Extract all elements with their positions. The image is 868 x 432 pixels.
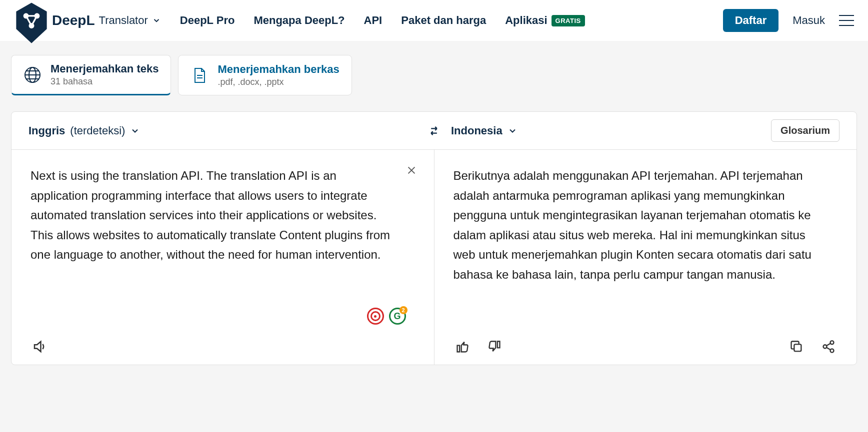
target-lang-area: Indonesia Glosarium bbox=[434, 119, 856, 142]
swap-languages-button[interactable] bbox=[425, 122, 443, 140]
svg-point-16 bbox=[830, 349, 834, 353]
deepl-logo-icon bbox=[14, 0, 49, 45]
chevron-down-icon bbox=[130, 126, 140, 136]
tab-text-sub: 31 bahasa bbox=[50, 76, 158, 87]
target-lang-name: Indonesia bbox=[451, 124, 502, 137]
translation-panel: Inggris (terdeteksi) Indonesia Glosarium bbox=[11, 111, 857, 365]
listen-source-button[interactable] bbox=[30, 338, 48, 356]
nav: Translator DeepL Pro Mengapa DeepL? API … bbox=[99, 14, 585, 27]
tab-file-title: Menerjemahkan berkas bbox=[218, 63, 339, 76]
svg-point-15 bbox=[824, 345, 827, 349]
source-bottom-bar bbox=[30, 329, 415, 365]
globe-icon bbox=[24, 66, 42, 84]
free-badge: GRATIS bbox=[552, 15, 585, 26]
svg-point-14 bbox=[830, 341, 834, 344]
menu-icon[interactable] bbox=[839, 15, 854, 26]
tab-text-title: Menerjemahkan teks bbox=[50, 62, 158, 75]
thumbs-down-button[interactable] bbox=[486, 338, 504, 356]
copy-button[interactable] bbox=[788, 338, 806, 356]
login-link[interactable]: Masuk bbox=[792, 14, 825, 27]
glossary-button[interactable]: Glosarium bbox=[771, 119, 840, 142]
tab-translate-text[interactable]: Menerjemahkan teks 31 bahasa bbox=[11, 55, 171, 95]
header: DeepL Translator DeepL Pro Mengapa DeepL… bbox=[0, 0, 868, 41]
language-bar: Inggris (terdeteksi) Indonesia Glosarium bbox=[12, 112, 856, 150]
source-lang-area: Inggris (terdeteksi) bbox=[12, 124, 434, 137]
mode-tabs: Menerjemahkan teks 31 bahasa Menerjemahk… bbox=[11, 55, 857, 95]
brand-name: DeepL bbox=[52, 12, 95, 28]
content: Menerjemahkan teks 31 bahasa Menerjemahk… bbox=[0, 41, 868, 365]
text-row: Next is using the translation API. The t… bbox=[12, 150, 856, 365]
signup-button[interactable]: Daftar bbox=[723, 9, 779, 32]
svg-rect-13 bbox=[794, 344, 801, 351]
chevron-down-icon bbox=[508, 126, 518, 136]
clear-source-button[interactable] bbox=[406, 165, 417, 176]
grammarly-extension-icon[interactable]: G bbox=[389, 308, 406, 325]
source-language-selector[interactable]: Inggris (terdeteksi) bbox=[28, 124, 140, 137]
source-text-input[interactable]: Next is using the translation API. The t… bbox=[30, 166, 415, 265]
nav-pro[interactable]: DeepL Pro bbox=[180, 14, 235, 27]
target-actions bbox=[788, 338, 838, 356]
logo[interactable]: DeepL bbox=[14, 0, 95, 45]
nav-why[interactable]: Mengapa DeepL? bbox=[254, 14, 344, 27]
nav-api[interactable]: API bbox=[364, 14, 382, 27]
nav-apps-label: Aplikasi bbox=[505, 14, 547, 27]
nav-apps[interactable]: Aplikasi GRATIS bbox=[505, 14, 585, 27]
document-icon bbox=[190, 66, 208, 84]
target-column: Berikutnya adalah menggunakan API terjem… bbox=[434, 150, 857, 365]
detected-label: (terdeteksi) bbox=[70, 124, 125, 137]
thumbs-up-button[interactable] bbox=[454, 338, 472, 356]
target-language-selector[interactable]: Indonesia bbox=[451, 124, 518, 137]
nav-pricing[interactable]: Paket dan harga bbox=[401, 14, 486, 27]
chevron-down-icon bbox=[152, 16, 161, 25]
target-text-output: Berikutnya adalah menggunakan API terjem… bbox=[454, 166, 838, 285]
tab-translate-file[interactable]: Menerjemahkan berkas .pdf, .docx, .pptx bbox=[178, 55, 352, 95]
svg-line-17 bbox=[826, 344, 830, 346]
extension-badges: G bbox=[367, 308, 406, 325]
source-column: Next is using the translation API. The t… bbox=[12, 150, 434, 365]
target-bottom-bar bbox=[454, 329, 838, 365]
target-extension-icon[interactable] bbox=[367, 308, 384, 325]
nav-translator[interactable]: Translator bbox=[99, 14, 161, 27]
nav-translator-label: Translator bbox=[99, 14, 148, 27]
tab-file-sub: .pdf, .docx, .pptx bbox=[218, 77, 339, 87]
svg-line-18 bbox=[826, 348, 830, 350]
source-lang-name: Inggris bbox=[28, 124, 65, 137]
share-button[interactable] bbox=[820, 338, 838, 356]
feedback bbox=[454, 338, 504, 356]
header-right: Daftar Masuk bbox=[723, 9, 854, 32]
